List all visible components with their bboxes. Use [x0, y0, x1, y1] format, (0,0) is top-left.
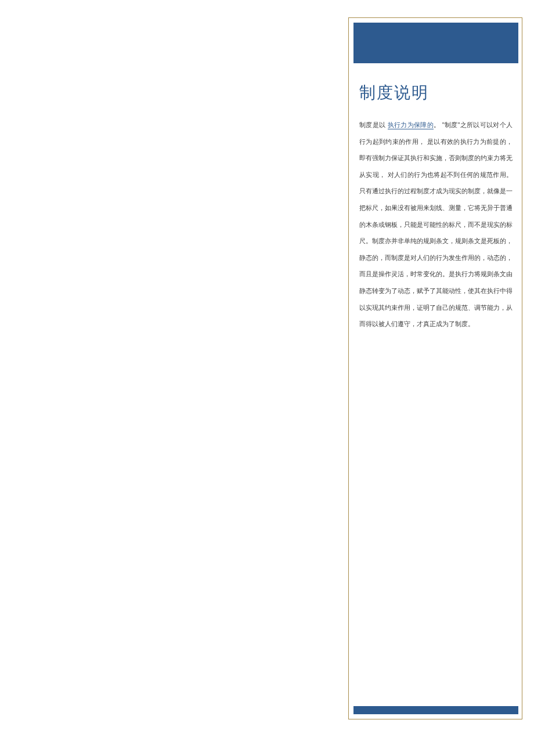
body-paragraph: 制度是以 执行力为保障的。 "制度"之所以可以对个人行为起到约束的作用， 是以有…: [359, 117, 513, 332]
body-rest: 。 "制度"之所以可以对个人行为起到约束的作用， 是以有效的执行力为前提的，即有…: [359, 121, 513, 327]
body-prefix: 制度是以: [359, 121, 388, 128]
page-title: 制度说明: [359, 82, 429, 104]
header-band: [353, 23, 518, 63]
footer-band: [353, 706, 518, 714]
body-linked-text: 执行力为保障的: [388, 121, 434, 129]
document-page: 制度说明 制度是以 执行力为保障的。 "制度"之所以可以对个人行为起到约束的作用…: [348, 17, 522, 719]
